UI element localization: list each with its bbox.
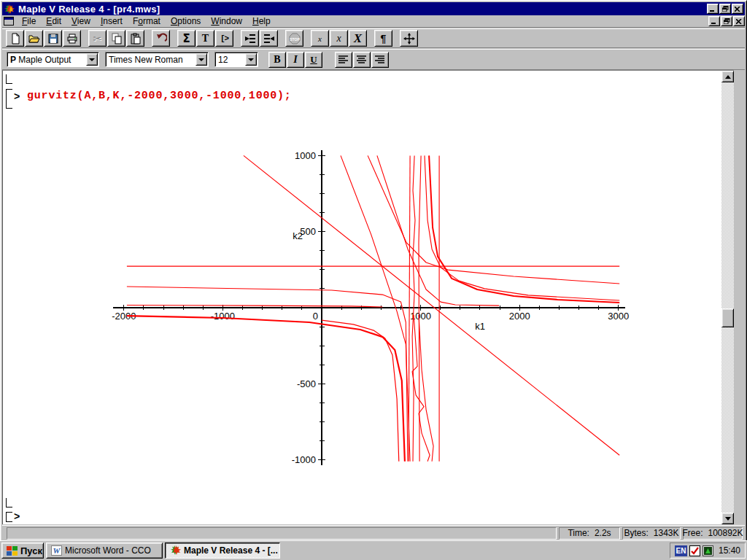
svg-text:W: W <box>53 546 61 555</box>
mdi-close-button[interactable] <box>733 16 745 26</box>
title-bar: Maple V Release 4 - [pr4.mws] <box>2 2 745 15</box>
maple-input-button[interactable]: [> <box>215 30 233 47</box>
menu-file[interactable]: File <box>17 15 41 27</box>
main-toolbar: ✂ Σ T [> STOP x x X ¶ <box>2 28 745 48</box>
word-icon: W <box>51 545 62 556</box>
font-medium-button[interactable]: x <box>330 30 348 47</box>
scroll-up-button[interactable] <box>721 71 734 82</box>
curve-asymptote-b <box>412 155 415 461</box>
copy-button[interactable] <box>107 30 125 47</box>
window-title: Maple V Release 4 - [pr4.mws] <box>18 4 706 15</box>
svg-text:STOP: STOP <box>290 36 300 41</box>
evaluate-sigma-button[interactable]: Σ <box>177 30 196 47</box>
menu-bar: FileEditViewInsertFormatOptionsWindowHel… <box>2 15 745 28</box>
group-bracket-end-bottom <box>6 498 12 508</box>
curve-steep-diagonal <box>341 155 410 461</box>
curve-upper-left-branch <box>127 287 408 462</box>
menu-insert[interactable]: Insert <box>96 15 128 27</box>
scrollbar-thumb[interactable] <box>721 308 734 327</box>
style-value: Maple Output <box>18 55 71 65</box>
input-group-bracket-bottom <box>6 512 12 522</box>
style-dropdown-arrow[interactable] <box>86 53 98 66</box>
font-combobox[interactable]: Times New Roman <box>105 52 209 67</box>
menu-options[interactable]: Options <box>166 15 206 27</box>
curve-diag-to-gentle <box>368 155 619 284</box>
taskbar-clock[interactable]: 15:40 <box>719 545 740 556</box>
status-message-panel <box>7 527 557 540</box>
start-button[interactable]: Пуск <box>1 542 44 559</box>
close-button[interactable] <box>732 4 743 14</box>
text-mode-button[interactable]: T <box>196 30 214 47</box>
curve-below-axis-thick <box>127 316 405 462</box>
underline-button[interactable]: U <box>305 52 322 68</box>
expand-view-button[interactable] <box>400 30 418 47</box>
paste-button[interactable] <box>126 30 144 47</box>
size-combobox[interactable]: 12 <box>214 52 258 67</box>
outdent-button[interactable] <box>241 30 259 47</box>
taskbar: Пуск WMicrosoft Word - CCOMaple V Releas… <box>0 540 747 560</box>
tick-label: -1000 <box>292 454 316 465</box>
curve-near-axis-left <box>127 306 383 308</box>
x-axis-label: k1 <box>475 321 485 332</box>
size-dropdown-arrow[interactable] <box>245 53 257 66</box>
tick-label: 0 <box>313 311 318 322</box>
tick-label: 2000 <box>509 311 530 322</box>
print-button[interactable] <box>63 30 81 47</box>
style-prefix: P <box>10 55 16 65</box>
font-large-button[interactable]: X <box>349 30 367 47</box>
bold-button[interactable]: B <box>268 52 286 68</box>
format-toolbar: P Maple Output Times New Roman 12 B I U <box>2 49 745 70</box>
undo-button[interactable] <box>152 30 170 47</box>
tray-icon-checkmark[interactable] <box>689 545 700 556</box>
status-free-panel: Free:100892K <box>683 527 743 540</box>
status-bar: Time:2.2s Bytes:1343K Free:100892K <box>2 525 745 540</box>
font-dropdown-arrow[interactable] <box>196 53 207 66</box>
align-center-button[interactable] <box>353 52 371 68</box>
tray-icon-app[interactable] <box>703 545 713 556</box>
align-left-button[interactable] <box>335 52 352 68</box>
style-combobox[interactable]: P Maple Output <box>7 52 99 67</box>
new-button[interactable] <box>6 30 24 47</box>
restore-button[interactable] <box>719 4 731 14</box>
tick-label: 3000 <box>608 311 629 322</box>
align-right-button[interactable] <box>371 52 389 68</box>
y-axis-label: k2 <box>293 230 303 241</box>
tick-label: 1000 <box>295 150 316 161</box>
mdi-minimize-button[interactable] <box>708 16 720 26</box>
menu-items: FileEditViewInsertFormatOptionsWindowHel… <box>17 15 276 27</box>
maple-app-icon <box>4 4 15 15</box>
menu-help[interactable]: Help <box>247 15 276 27</box>
save-button[interactable] <box>44 30 62 47</box>
menu-edit[interactable]: Edit <box>41 15 66 27</box>
language-indicator[interactable]: EN <box>675 545 687 556</box>
worksheet-area[interactable]: > gurvitz(A,B,K,-2000,3000,-1000,1000); … <box>2 70 734 524</box>
status-bytes-panel: Bytes:1343K <box>622 527 681 540</box>
mdi-restore-button[interactable] <box>721 16 732 26</box>
curve-diag-to-axis <box>377 155 499 306</box>
task-button-maple[interactable]: Maple V Release 4 - [... <box>165 542 280 559</box>
application-window: Maple V Release 4 - [pr4.mws] FileEditVi… <box>0 0 747 560</box>
minimize-button[interactable] <box>707 4 719 14</box>
task-button-word[interactable]: WMicrosoft Word - CCO <box>46 542 163 559</box>
input-prompt-bottom: > <box>14 511 20 523</box>
font-small-button[interactable]: x <box>311 30 329 47</box>
menu-window[interactable]: Window <box>206 15 247 27</box>
size-value: 12 <box>215 55 244 65</box>
worksheet-document-icon[interactable] <box>4 17 14 26</box>
plot-canvas: -2000-10000100020003000-1000-5005001000k… <box>3 71 734 524</box>
menu-view[interactable]: View <box>66 15 96 27</box>
menu-format[interactable]: Format <box>128 15 166 27</box>
open-button[interactable] <box>25 30 43 47</box>
indent-button[interactable] <box>260 30 278 47</box>
curve-zigzag-1 <box>412 315 430 462</box>
tick-label: -1000 <box>211 311 235 322</box>
italic-button[interactable]: I <box>287 52 304 68</box>
tick-label: -500 <box>297 378 316 389</box>
vertical-scrollbar[interactable] <box>721 71 734 524</box>
show-marks-button[interactable]: ¶ <box>374 30 392 47</box>
curve-zigzag-2 <box>419 315 433 462</box>
windows-logo-icon <box>7 546 18 556</box>
cut-button[interactable]: ✂ <box>88 30 107 47</box>
stop-button[interactable]: STOP <box>285 30 303 47</box>
scroll-down-button[interactable] <box>721 513 734 524</box>
